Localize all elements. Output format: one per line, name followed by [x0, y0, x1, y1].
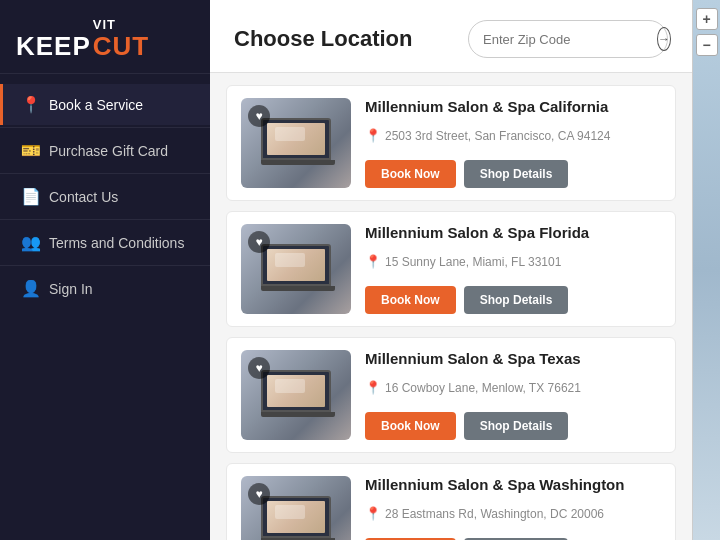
card-actions-0: Book Now Shop Details [365, 160, 661, 188]
location-card: ♥ Millennium Salon & Spa Florida 📍 15 Su… [226, 211, 676, 327]
card-actions-1: Book Now Shop Details [365, 286, 661, 314]
sidebar-item-sign-in[interactable]: 👤 Sign In [0, 268, 210, 309]
laptop-mockup [261, 496, 331, 540]
location-name-0: Millennium Salon & Spa California [365, 98, 661, 115]
nav-label-sign-in: Sign In [49, 281, 93, 297]
laptop-mockup [261, 244, 331, 294]
shop-details-button-0[interactable]: Shop Details [464, 160, 569, 188]
location-pin-icon: 📍 [365, 506, 381, 521]
card-image-0: ♥ [241, 98, 351, 188]
sidebar-item-terms[interactable]: 👥 Terms and Conditions [0, 222, 210, 263]
sidebar-item-book-service[interactable]: 📍 Book a Service [0, 84, 210, 125]
nav-label-terms: Terms and Conditions [49, 235, 184, 251]
card-image-3: ♥ [241, 476, 351, 540]
nav-label-contact-us: Contact Us [49, 189, 118, 205]
location-address-2: 📍 16 Cowboy Lane, Menlow, TX 76621 [365, 380, 661, 395]
map-zoom-out[interactable]: − [696, 34, 718, 56]
card-info-1: Millennium Salon & Spa Florida 📍 15 Sunn… [351, 224, 661, 314]
nav-icon-sign-in: 👤 [21, 279, 39, 298]
book-now-button-0[interactable]: Book Now [365, 160, 456, 188]
card-image-1: ♥ [241, 224, 351, 314]
nav-icon-book-service: 📍 [21, 95, 39, 114]
location-card: ♥ Millennium Salon & Spa California 📍 25… [226, 85, 676, 201]
card-actions-2: Book Now Shop Details [365, 412, 661, 440]
sidebar-nav: 📍 Book a Service 🎫 Purchase Gift Card 📄 … [0, 74, 210, 319]
card-info-2: Millennium Salon & Spa Texas 📍 16 Cowboy… [351, 350, 661, 440]
card-info-3: Millennium Salon & Spa Washington 📍 28 E… [351, 476, 661, 540]
nav-icon-terms: 👥 [21, 233, 39, 252]
location-list: ♥ Millennium Salon & Spa California 📍 25… [210, 73, 692, 540]
favorite-icon-3[interactable]: ♥ [248, 483, 270, 505]
logo: KEEP VIT CUT [16, 18, 149, 59]
location-card: ♥ Millennium Salon & Spa Washington 📍 28… [226, 463, 676, 540]
sidebar-item-purchase-gift[interactable]: 🎫 Purchase Gift Card [0, 130, 210, 171]
zip-search-box: → [468, 20, 668, 58]
zip-input[interactable] [483, 32, 651, 47]
nav-icon-purchase-gift: 🎫 [21, 141, 39, 160]
location-address-3: 📍 28 Eastmans Rd, Washington, DC 20006 [365, 506, 661, 521]
page-title: Choose Location [234, 26, 412, 52]
sidebar-item-contact-us[interactable]: 📄 Contact Us [0, 176, 210, 217]
location-pin-icon: 📍 [365, 254, 381, 269]
nav-label-purchase-gift: Purchase Gift Card [49, 143, 168, 159]
shop-details-button-1[interactable]: Shop Details [464, 286, 569, 314]
location-address-1: 📍 15 Sunny Lane, Miami, FL 33101 [365, 254, 661, 269]
location-name-2: Millennium Salon & Spa Texas [365, 350, 661, 367]
logo-keep: KEEP [16, 33, 91, 59]
zip-search-button[interactable]: → [657, 27, 671, 51]
favorite-icon-1[interactable]: ♥ [248, 231, 270, 253]
location-name-3: Millennium Salon & Spa Washington [365, 476, 661, 493]
laptop-mockup [261, 118, 331, 168]
logo-vit: VIT [93, 18, 116, 31]
location-card: ♥ Millennium Salon & Spa Texas 📍 16 Cowb… [226, 337, 676, 453]
nav-icon-contact-us: 📄 [21, 187, 39, 206]
book-now-button-2[interactable]: Book Now [365, 412, 456, 440]
location-pin-icon: 📍 [365, 380, 381, 395]
book-now-button-1[interactable]: Book Now [365, 286, 456, 314]
logo-cut: CUT [93, 33, 149, 59]
laptop-mockup [261, 370, 331, 420]
card-image-2: ♥ [241, 350, 351, 440]
sidebar: KEEP VIT CUT 📍 Book a Service 🎫 Purchase… [0, 0, 210, 540]
card-info-0: Millennium Salon & Spa California 📍 2503… [351, 98, 661, 188]
map-zoom-in[interactable]: + [696, 8, 718, 30]
nav-label-book-service: Book a Service [49, 97, 143, 113]
favorite-icon-2[interactable]: ♥ [248, 357, 270, 379]
location-name-1: Millennium Salon & Spa Florida [365, 224, 661, 241]
location-address-0: 📍 2503 3rd Street, San Francisco, CA 941… [365, 128, 661, 143]
shop-details-button-2[interactable]: Shop Details [464, 412, 569, 440]
location-pin-icon: 📍 [365, 128, 381, 143]
page-header: Choose Location → [210, 0, 692, 73]
main-content: Choose Location → ♥ Millennium [210, 0, 692, 540]
map-strip: + − [692, 0, 720, 540]
logo-area: KEEP VIT CUT [0, 0, 210, 74]
favorite-icon-0[interactable]: ♥ [248, 105, 270, 127]
